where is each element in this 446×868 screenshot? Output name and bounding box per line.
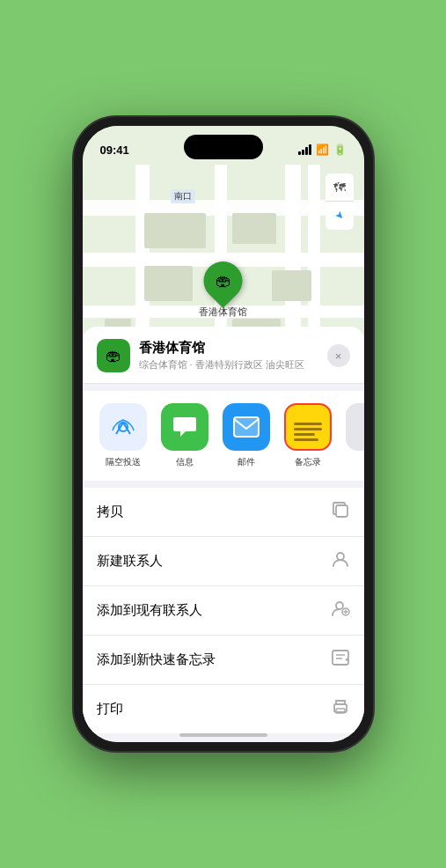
person-icon [331,549,350,573]
close-icon: × [335,349,342,363]
venue-subtitle: 综合体育馆 · 香港特别行政区 油尖旺区 [139,358,318,371]
share-airdrop[interactable]: 隔空投送 [97,403,150,468]
action-print[interactable]: 打印 [83,685,364,733]
airdrop-label: 隔空投送 [106,456,141,468]
action-new-contact[interactable]: 新建联系人 [83,537,364,586]
map-controls: 🗺 ➤ [325,173,354,230]
messages-icon [172,414,198,440]
copy-icon [331,500,350,524]
home-indicator [179,733,267,737]
action-quick-note[interactable]: 添加到新快速备忘录 [83,636,364,685]
printer-icon [331,697,350,721]
venue-stadium-icon: 🏟 [106,347,121,365]
venue-name: 香港体育馆 [139,340,318,357]
action-copy-label: 拷贝 [97,504,123,520]
status-icons: 📶 🔋 [298,143,347,156]
mail-icon-container [223,403,270,451]
battery-icon: 🔋 [333,143,347,156]
map-view-button[interactable]: 🗺 [325,173,354,202]
map-icon: 🗺 [333,180,346,195]
svg-rect-13 [336,709,345,713]
map-marker: 🏟 香港体育馆 [199,261,247,319]
notes-label: 备忘录 [295,456,321,468]
share-notes[interactable]: 备忘录 [281,403,334,468]
notes-icon-container [284,403,332,451]
person-add-icon [331,599,350,622]
share-row: 隔空投送 信息 [83,391,364,481]
svg-point-5 [336,602,343,609]
share-mail[interactable]: 邮件 [220,403,273,468]
status-time: 09:41 [100,143,129,157]
action-print-label: 打印 [97,701,123,717]
svg-point-4 [337,553,344,560]
bottom-sheet: 🏟 香港体育馆 综合体育馆 · 香港特别行政区 油尖旺区 × [83,327,364,742]
action-new-contact-label: 新建联系人 [97,553,163,570]
wifi-icon: 📶 [316,143,329,156]
messages-label: 信息 [176,456,194,468]
signal-bars-icon [298,144,311,155]
phone-frame: 09:41 📶 🔋 [74,117,373,751]
action-add-existing[interactable]: 添加到现有联系人 [83,586,364,636]
action-list: 拷贝 新建联系人 [83,488,364,733]
svg-rect-1 [234,417,259,437]
share-more[interactable]: 推 [343,403,364,468]
phone-screen: 09:41 📶 🔋 [83,126,364,742]
map-label-nankou: 南口 [171,189,195,203]
note-icon [331,648,350,672]
status-bar: 09:41 📶 🔋 [83,126,364,165]
sheet-header: 🏟 香港体育馆 综合体育馆 · 香港特别行政区 油尖旺区 × [83,327,364,384]
close-button[interactable]: × [327,344,350,367]
action-add-existing-label: 添加到现有联系人 [97,602,202,619]
messages-icon-container [161,403,208,451]
svg-rect-9 [333,651,348,665]
stadium-icon: 🏟 [216,272,231,291]
mail-label: 邮件 [238,456,255,468]
mail-icon [233,416,260,438]
more-icon-container [346,403,364,451]
svg-rect-3 [336,505,347,517]
location-arrow-icon: ➤ [332,209,347,224]
action-copy[interactable]: 拷贝 [83,488,364,537]
notes-lines [289,410,327,445]
share-messages[interactable]: 信息 [158,403,211,468]
location-button[interactable]: ➤ [325,202,354,230]
action-quick-note-label: 添加到新快速备忘录 [97,651,216,668]
venue-info: 香港体育馆 综合体育馆 · 香港特别行政区 油尖旺区 [139,340,318,371]
airdrop-icon-container [99,403,147,451]
venue-icon: 🏟 [97,339,130,372]
dynamic-island [184,135,263,159]
marker-pin: 🏟 [195,254,250,308]
airdrop-icon [111,415,135,439]
